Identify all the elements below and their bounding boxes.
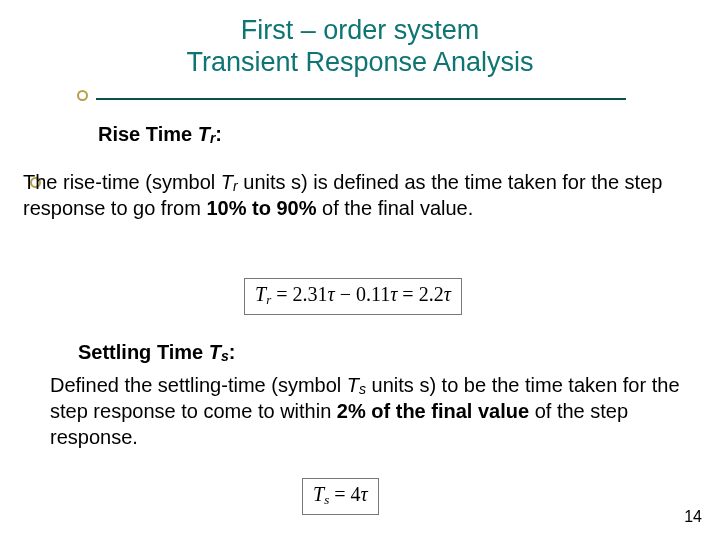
eq1-eq2: = [397, 283, 418, 305]
settle-head-prefix: Settling Time [78, 341, 209, 363]
settle-head-symbol: T [209, 341, 221, 363]
bullet-ring-icon [77, 90, 88, 101]
eq2-tau: τ [360, 483, 367, 505]
rise-time-heading: Rise Time Tr: [98, 123, 222, 146]
eq1-tau1: τ [327, 283, 334, 305]
rise-time-body: The rise-time (symbol Tr units s) is def… [23, 170, 688, 222]
eq1-eq: = [271, 283, 292, 305]
settling-time-equation: Ts = 4τ [302, 478, 379, 515]
settle-head-sub: s [221, 348, 229, 364]
eq1-minus: − [335, 283, 356, 305]
rise-head-prefix: Rise Time [98, 123, 198, 145]
eq1-t3: 2.2 [419, 283, 444, 305]
rise-head-suffix: : [215, 123, 222, 145]
rise-body-sym: T [221, 171, 233, 193]
slide: First – order system Transient Response … [0, 0, 720, 540]
settling-time-body: Defined the settling-time (symbol Ts uni… [50, 373, 685, 450]
title-underline [96, 98, 626, 100]
slide-title: First – order system Transient Response … [0, 0, 720, 79]
eq2-coef: 4 [350, 483, 360, 505]
settle-body-sub: s [359, 381, 366, 397]
rise-head-symbol: T [198, 123, 210, 145]
eq1-t2: 0.11 [356, 283, 390, 305]
eq1-t1: 2.31 [292, 283, 327, 305]
settle-body-bold: 2% of the final value [337, 400, 529, 422]
settling-time-heading: Settling Time Ts: [78, 341, 235, 364]
rise-body-p1: The rise-time (symbol [23, 171, 221, 193]
eq2-eq: = [329, 483, 350, 505]
title-line1: First – order system [241, 15, 480, 45]
eq1-lhs-sym: T [255, 283, 266, 305]
settle-head-suffix: : [229, 341, 236, 363]
eq1-tau3: τ [444, 283, 451, 305]
title-line2: Transient Response Analysis [186, 47, 533, 77]
settle-body-p1: Defined the settling-time (symbol [50, 374, 347, 396]
settle-body-sym: T [347, 374, 359, 396]
rise-body-bold: 10% to 90% [206, 197, 316, 219]
eq2-lhs-sym: T [313, 483, 324, 505]
rise-body-p3: of the final value. [317, 197, 474, 219]
rise-time-equation: Tr = 2.31τ − 0.11τ = 2.2τ [244, 278, 462, 315]
page-number: 14 [684, 508, 702, 526]
